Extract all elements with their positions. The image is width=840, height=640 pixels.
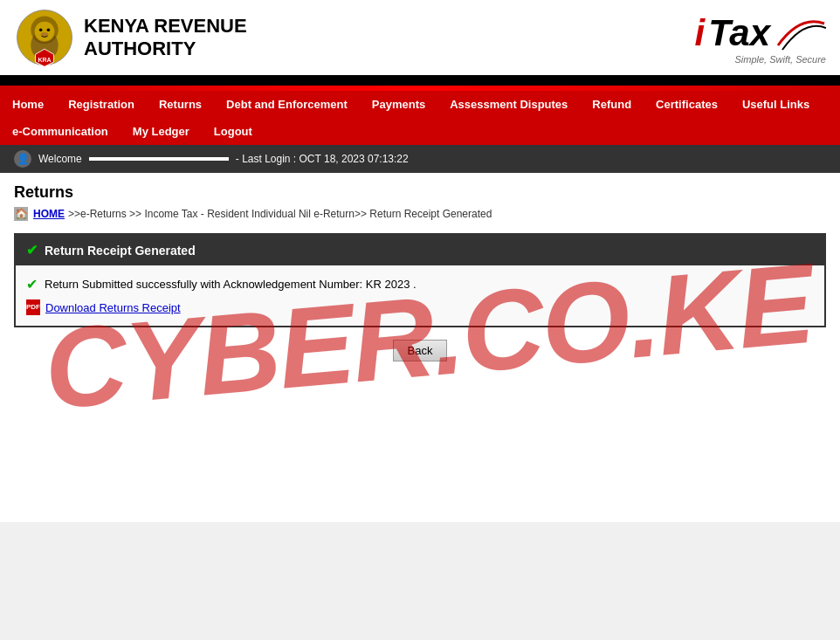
nav-e-communication[interactable]: e-Communication [0, 118, 120, 145]
nav-payments[interactable]: Payments [360, 91, 437, 118]
pdf-icon: PDF [26, 299, 40, 315]
nav-home[interactable]: Home [0, 91, 56, 118]
success-check-icon: ✔ [26, 276, 38, 292]
itax-swoosh-icon [774, 10, 826, 54]
main-content-area: Returns 🏠 HOME >>e-Returns >> Income Tax… [0, 173, 840, 522]
svg-point-6 [47, 29, 51, 32]
itax-i: i [695, 12, 706, 54]
nav-logout[interactable]: Logout [202, 118, 265, 145]
welcome-bar: 👤 Welcome - Last Login : OCT 18, 2023 07… [0, 145, 840, 173]
black-divider-bar [0, 79, 840, 86]
nav-my-ledger[interactable]: My Ledger [120, 118, 202, 145]
nav-useful-links[interactable]: Useful Links [730, 91, 822, 118]
receipt-header-title: Return Receipt Generated [45, 244, 196, 258]
kra-name-line2: Authority [84, 38, 247, 60]
page-title: Returns [14, 183, 826, 202]
green-check-icon: ✔ [26, 242, 38, 258]
user-avatar-icon: 👤 [14, 150, 31, 168]
receipt-box: ✔ Return Receipt Generated ✔ Return Subm… [14, 233, 826, 327]
itax-tagline: Simple, Swift, Secure [734, 54, 826, 65]
welcome-label: Welcome [38, 153, 82, 165]
back-button[interactable]: Back [393, 340, 448, 361]
receipt-success-message: Return Submitted successfully with Ackno… [45, 278, 417, 291]
itax-tax: Tax [708, 12, 770, 54]
back-button-row: Back [14, 340, 826, 361]
svg-point-4 [35, 22, 55, 42]
receipt-download-row: PDF Download Returns Receipt [26, 299, 814, 315]
breadcrumb-path: >>e-Returns >> Income Tax - Resident Ind… [68, 208, 492, 220]
main-navigation: Home Registration Returns Debt and Enfor… [0, 91, 840, 145]
itax-logo-area: i Tax Simple, Swift, Secure [695, 10, 827, 65]
svg-text:KRA: KRA [38, 57, 51, 63]
receipt-body: ✔ Return Submitted successfully with Ack… [16, 265, 824, 326]
welcome-username [89, 157, 229, 161]
receipt-success-row: ✔ Return Submitted successfully with Ack… [26, 276, 814, 292]
breadcrumb-home-link[interactable]: HOME [33, 208, 65, 220]
nav-debt-enforcement[interactable]: Debt and Enforcement [214, 91, 360, 118]
nav-registration[interactable]: Registration [56, 91, 147, 118]
nav-assessment-disputes[interactable]: Assessment Disputes [437, 91, 580, 118]
nav-certificates[interactable]: Certificates [644, 91, 730, 118]
svg-point-5 [39, 29, 43, 32]
breadcrumb: 🏠 HOME >>e-Returns >> Income Tax - Resid… [14, 207, 826, 221]
last-login-text: - Last Login : OCT 18, 2023 07:13:22 [236, 153, 409, 165]
kra-name-line1: Kenya Revenue [84, 15, 247, 38]
kra-lion-icon: KRA [14, 7, 75, 68]
nav-refund[interactable]: Refund [580, 91, 644, 118]
download-receipt-link[interactable]: Download Returns Receipt [45, 301, 181, 314]
home-icon: 🏠 [14, 207, 28, 221]
kra-logo-area: KRA Kenya Revenue Authority [14, 7, 247, 68]
nav-returns[interactable]: Returns [147, 91, 214, 118]
page-header: KRA Kenya Revenue Authority i Tax Simple… [0, 0, 840, 79]
receipt-header-bar: ✔ Return Receipt Generated [16, 235, 824, 265]
kra-name: Kenya Revenue Authority [84, 15, 247, 61]
